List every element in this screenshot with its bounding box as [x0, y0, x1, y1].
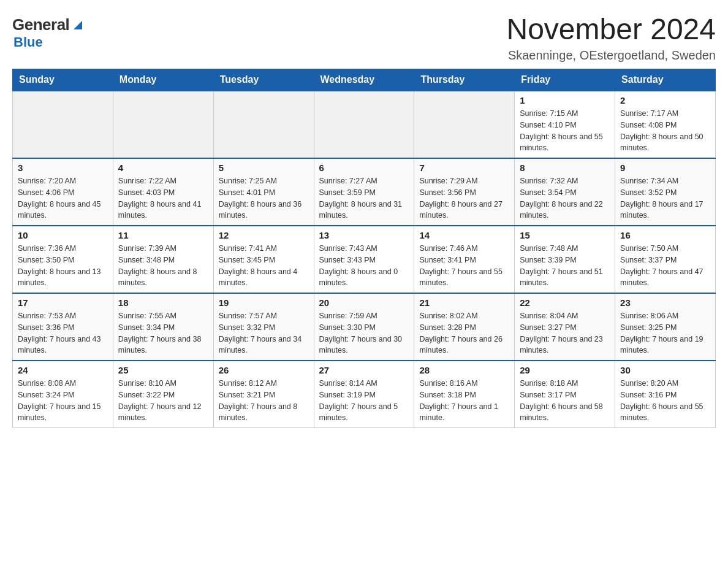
calendar-cell: 2Sunrise: 7:17 AMSunset: 4:08 PMDaylight…	[615, 91, 716, 158]
day-info: Sunrise: 7:57 AMSunset: 3:32 PMDaylight:…	[219, 310, 309, 356]
day-number: 21	[419, 297, 509, 308]
day-info: Sunrise: 8:08 AMSunset: 3:24 PMDaylight:…	[18, 378, 108, 424]
day-number: 20	[319, 297, 409, 308]
calendar-cell	[213, 91, 314, 158]
day-info: Sunrise: 7:46 AMSunset: 3:41 PMDaylight:…	[419, 243, 509, 289]
logo-triangle-icon	[71, 18, 85, 32]
day-number: 5	[219, 163, 309, 173]
calendar-cell	[13, 91, 113, 158]
calendar-cell: 6Sunrise: 7:27 AMSunset: 3:59 PMDaylight…	[314, 158, 414, 226]
calendar-cell: 29Sunrise: 8:18 AMSunset: 3:17 PMDayligh…	[515, 361, 615, 428]
day-number: 11	[118, 230, 208, 240]
calendar-day-header: Friday	[515, 69, 615, 91]
calendar-week-row: 1Sunrise: 7:15 AMSunset: 4:10 PMDaylight…	[13, 91, 716, 158]
day-info: Sunrise: 7:50 AMSunset: 3:37 PMDaylight:…	[620, 243, 710, 289]
logo-blue-text: Blue	[13, 34, 43, 50]
day-number: 10	[18, 230, 108, 240]
calendar-cell: 26Sunrise: 8:12 AMSunset: 3:21 PMDayligh…	[213, 361, 314, 428]
day-number: 2	[620, 95, 710, 105]
day-info: Sunrise: 8:20 AMSunset: 3:16 PMDaylight:…	[620, 378, 710, 424]
calendar-week-row: 10Sunrise: 7:36 AMSunset: 3:50 PMDayligh…	[13, 226, 716, 293]
calendar-cell: 16Sunrise: 7:50 AMSunset: 3:37 PMDayligh…	[615, 226, 716, 293]
day-number: 17	[18, 297, 108, 308]
subtitle: Skaenninge, OEstergoetland, Sweden	[506, 48, 716, 63]
day-info: Sunrise: 7:41 AMSunset: 3:45 PMDaylight:…	[219, 243, 309, 289]
day-number: 29	[520, 365, 610, 375]
calendar-table: SundayMondayTuesdayWednesdayThursdayFrid…	[12, 69, 716, 428]
day-info: Sunrise: 7:20 AMSunset: 4:06 PMDaylight:…	[18, 175, 108, 221]
calendar-cell: 4Sunrise: 7:22 AMSunset: 4:03 PMDaylight…	[113, 158, 213, 226]
calendar-cell: 20Sunrise: 7:59 AMSunset: 3:30 PMDayligh…	[314, 293, 414, 361]
day-info: Sunrise: 8:02 AMSunset: 3:28 PMDaylight:…	[419, 310, 509, 356]
day-number: 13	[319, 230, 409, 240]
day-number: 16	[620, 230, 710, 240]
calendar-day-header: Thursday	[414, 69, 515, 91]
calendar-cell: 18Sunrise: 7:55 AMSunset: 3:34 PMDayligh…	[113, 293, 213, 361]
day-info: Sunrise: 8:16 AMSunset: 3:18 PMDaylight:…	[419, 378, 509, 424]
calendar-cell: 25Sunrise: 8:10 AMSunset: 3:22 PMDayligh…	[113, 361, 213, 428]
calendar-cell: 1Sunrise: 7:15 AMSunset: 4:10 PMDaylight…	[515, 91, 615, 158]
calendar-cell: 8Sunrise: 7:32 AMSunset: 3:54 PMDaylight…	[515, 158, 615, 226]
calendar-week-row: 3Sunrise: 7:20 AMSunset: 4:06 PMDaylight…	[13, 158, 716, 226]
day-info: Sunrise: 8:10 AMSunset: 3:22 PMDaylight:…	[118, 378, 208, 424]
day-info: Sunrise: 8:18 AMSunset: 3:17 PMDaylight:…	[520, 378, 610, 424]
day-number: 22	[520, 297, 610, 308]
logo-general-text: General	[12, 15, 69, 34]
calendar-cell: 9Sunrise: 7:34 AMSunset: 3:52 PMDaylight…	[615, 158, 716, 226]
day-info: Sunrise: 7:17 AMSunset: 4:08 PMDaylight:…	[620, 108, 710, 154]
day-number: 12	[219, 230, 309, 240]
day-number: 9	[620, 163, 710, 173]
calendar-cell: 21Sunrise: 8:02 AMSunset: 3:28 PMDayligh…	[414, 293, 515, 361]
day-number: 24	[18, 365, 108, 375]
day-number: 1	[520, 95, 610, 105]
calendar-day-header: Tuesday	[213, 69, 314, 91]
day-number: 30	[620, 365, 710, 375]
day-number: 28	[419, 365, 509, 375]
day-number: 25	[118, 365, 208, 375]
calendar-cell: 17Sunrise: 7:53 AMSunset: 3:36 PMDayligh…	[13, 293, 113, 361]
calendar-cell: 30Sunrise: 8:20 AMSunset: 3:16 PMDayligh…	[615, 361, 716, 428]
calendar-cell: 11Sunrise: 7:39 AMSunset: 3:48 PMDayligh…	[113, 226, 213, 293]
day-info: Sunrise: 8:04 AMSunset: 3:27 PMDaylight:…	[520, 310, 610, 356]
logo: General Blue	[12, 15, 85, 50]
calendar-cell: 23Sunrise: 8:06 AMSunset: 3:25 PMDayligh…	[615, 293, 716, 361]
day-info: Sunrise: 7:48 AMSunset: 3:39 PMDaylight:…	[520, 243, 610, 289]
day-info: Sunrise: 7:22 AMSunset: 4:03 PMDaylight:…	[118, 175, 208, 221]
day-info: Sunrise: 7:39 AMSunset: 3:48 PMDaylight:…	[118, 243, 208, 289]
day-number: 8	[520, 163, 610, 173]
day-info: Sunrise: 8:12 AMSunset: 3:21 PMDaylight:…	[219, 378, 309, 424]
calendar-cell: 13Sunrise: 7:43 AMSunset: 3:43 PMDayligh…	[314, 226, 414, 293]
day-number: 26	[219, 365, 309, 375]
calendar-cell	[414, 91, 515, 158]
calendar-cell: 19Sunrise: 7:57 AMSunset: 3:32 PMDayligh…	[213, 293, 314, 361]
calendar-cell: 5Sunrise: 7:25 AMSunset: 4:01 PMDaylight…	[213, 158, 314, 226]
day-info: Sunrise: 7:59 AMSunset: 3:30 PMDaylight:…	[319, 310, 409, 356]
calendar-cell	[314, 91, 414, 158]
day-info: Sunrise: 7:34 AMSunset: 3:52 PMDaylight:…	[620, 175, 710, 221]
calendar-cell: 3Sunrise: 7:20 AMSunset: 4:06 PMDaylight…	[13, 158, 113, 226]
day-number: 6	[319, 163, 409, 173]
day-number: 14	[419, 230, 509, 240]
day-info: Sunrise: 7:53 AMSunset: 3:36 PMDaylight:…	[18, 310, 108, 356]
calendar-cell: 7Sunrise: 7:29 AMSunset: 3:56 PMDaylight…	[414, 158, 515, 226]
day-info: Sunrise: 7:27 AMSunset: 3:59 PMDaylight:…	[319, 175, 409, 221]
calendar-header-row: SundayMondayTuesdayWednesdayThursdayFrid…	[13, 69, 716, 91]
calendar-day-header: Monday	[113, 69, 213, 91]
day-number: 18	[118, 297, 208, 308]
calendar-day-header: Wednesday	[314, 69, 414, 91]
day-info: Sunrise: 7:43 AMSunset: 3:43 PMDaylight:…	[319, 243, 409, 289]
day-info: Sunrise: 8:06 AMSunset: 3:25 PMDaylight:…	[620, 310, 710, 356]
day-info: Sunrise: 8:14 AMSunset: 3:19 PMDaylight:…	[319, 378, 409, 424]
day-number: 4	[118, 163, 208, 173]
calendar-day-header: Saturday	[615, 69, 716, 91]
day-number: 19	[219, 297, 309, 308]
day-number: 23	[620, 297, 710, 308]
calendar-cell: 24Sunrise: 8:08 AMSunset: 3:24 PMDayligh…	[13, 361, 113, 428]
calendar-cell	[113, 91, 213, 158]
title-block: November 2024 Skaenninge, OEstergoetland…	[506, 12, 716, 63]
calendar-cell: 12Sunrise: 7:41 AMSunset: 3:45 PMDayligh…	[213, 226, 314, 293]
calendar-cell: 22Sunrise: 8:04 AMSunset: 3:27 PMDayligh…	[515, 293, 615, 361]
day-info: Sunrise: 7:55 AMSunset: 3:34 PMDaylight:…	[118, 310, 208, 356]
calendar-week-row: 24Sunrise: 8:08 AMSunset: 3:24 PMDayligh…	[13, 361, 716, 428]
day-info: Sunrise: 7:29 AMSunset: 3:56 PMDaylight:…	[419, 175, 509, 221]
